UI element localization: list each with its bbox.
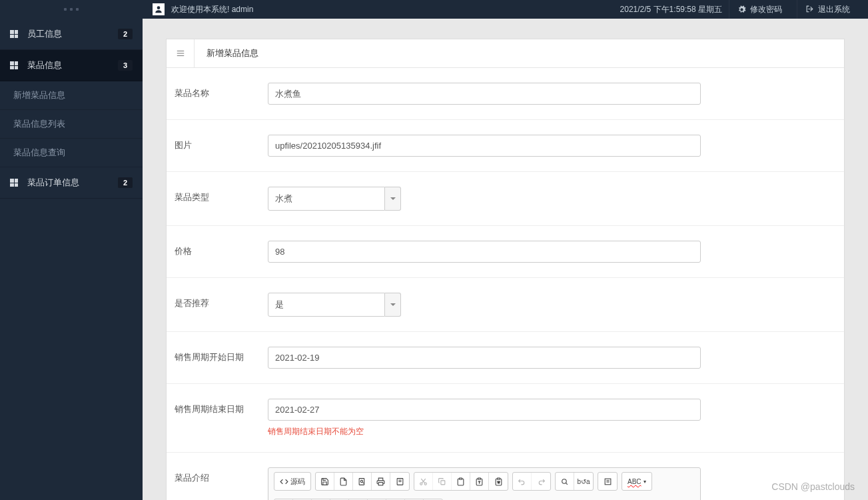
content: 新增菜品信息 菜品名称 图片 菜品类型 水煮 (143, 19, 868, 500)
save-button[interactable] (316, 473, 334, 490)
badge: 3 (118, 60, 133, 71)
svg-line-13 (422, 479, 425, 483)
paste-button[interactable] (452, 473, 470, 490)
logout-button[interactable]: 退出系统 (797, 0, 858, 19)
svg-line-14 (421, 479, 424, 483)
recommend-label: 是否推荐 (175, 293, 268, 309)
dropdown-icon[interactable] (385, 293, 401, 317)
sidebar: 员工信息 2 菜品信息 3 新增菜品信息 菜品信息列表 菜品信息查询 菜品订单信… (0, 0, 143, 500)
svg-text:T: T (478, 481, 480, 484)
name-label: 菜品名称 (175, 83, 268, 99)
topbar: 欢迎使用本系统! admin 2021/2/5 下午1:59:58 星期五 修改… (143, 0, 868, 19)
paste-text-icon: T (475, 477, 484, 486)
change-password-button[interactable]: 修改密码 (729, 0, 790, 19)
sidebar-item-employee[interactable]: 员工信息 2 (0, 19, 143, 50)
source-button[interactable]: 源码 (274, 473, 310, 490)
search-page-icon (358, 477, 366, 486)
end-date-error: 销售周期结束日期不能为空 (268, 426, 701, 437)
page-icon (339, 477, 348, 486)
badge: 2 (118, 177, 133, 188)
form-row-type: 菜品类型 水煮 (167, 172, 844, 226)
undo-icon (518, 477, 526, 486)
end-date-input[interactable] (268, 399, 701, 421)
svg-rect-16 (459, 478, 462, 479)
start-date-input[interactable] (268, 347, 701, 369)
grid-icon (10, 30, 18, 38)
grid-icon (10, 179, 18, 187)
template-button[interactable] (390, 473, 409, 490)
end-date-label: 销售周期结束日期 (175, 399, 268, 415)
type-select[interactable]: 水煮 (268, 187, 401, 211)
intro-label: 菜品介绍 (175, 467, 268, 484)
print-icon (376, 477, 385, 486)
print-button[interactable] (372, 473, 390, 490)
panel-header: 新增菜品信息 (167, 39, 844, 68)
sidebar-item-label: 菜品订单信息 (27, 177, 118, 189)
cut-icon (419, 477, 428, 486)
watermark: CSDN @pastclouds (771, 481, 855, 492)
form-row-start-date: 销售周期开始日期 (167, 332, 844, 384)
editor-toolbar: 源码 (268, 468, 700, 495)
redo-icon (537, 477, 546, 486)
spellcheck-icon: ABC (628, 478, 642, 485)
sub-item-dish-list[interactable]: 菜品信息列表 (0, 110, 143, 139)
dropdown-icon[interactable] (385, 187, 401, 211)
undo-button[interactable] (513, 473, 532, 490)
name-input[interactable] (268, 83, 701, 105)
user-icon (153, 3, 165, 15)
image-label: 图片 (175, 135, 268, 151)
sub-item-add-dish[interactable]: 新增菜品信息 (0, 81, 143, 110)
image-input[interactable] (268, 135, 701, 157)
paste-icon (456, 477, 465, 486)
svg-rect-19 (497, 478, 500, 479)
copy-button[interactable] (433, 473, 452, 490)
panel-title: 新增菜品信息 (195, 47, 270, 59)
recommend-select[interactable]: 是 (268, 293, 401, 317)
sidebar-item-label: 菜品信息 (27, 59, 118, 71)
main: 欢迎使用本系统! admin 2021/2/5 下午1:59:58 星期五 修改… (143, 0, 868, 500)
cut-button[interactable] (414, 473, 433, 490)
spellcheck-button[interactable]: ABC▾ (622, 473, 651, 490)
dots-icon (64, 8, 79, 11)
select-all-button[interactable] (598, 473, 617, 490)
select-all-icon (604, 477, 612, 486)
save-icon (320, 477, 329, 486)
logout-label: 退出系统 (818, 4, 850, 15)
type-label: 菜品类型 (175, 187, 268, 203)
preview-button[interactable] (353, 473, 372, 490)
menu-button[interactable] (167, 39, 195, 67)
search-icon (560, 477, 569, 486)
sub-item-dish-query[interactable]: 菜品信息查询 (0, 139, 143, 167)
form-row-price: 价格 (167, 226, 844, 278)
form-row-name: 菜品名称 (167, 68, 844, 120)
replace-button[interactable]: b↺a (574, 473, 593, 490)
change-password-label: 修改密码 (750, 4, 782, 15)
datetime-text: 2021/2/5 下午1:59:58 星期五 (620, 4, 722, 15)
code-icon (280, 477, 288, 486)
price-input[interactable] (268, 241, 701, 263)
sidebar-header (0, 0, 143, 19)
form-row-image: 图片 (167, 120, 844, 172)
gear-icon (737, 5, 746, 14)
svg-rect-17 (478, 478, 480, 479)
redo-button[interactable] (532, 473, 550, 490)
sidebar-item-label: 员工信息 (27, 28, 118, 40)
copy-icon (438, 477, 446, 486)
grid-icon (10, 61, 18, 69)
svg-rect-15 (441, 480, 445, 484)
sidebar-item-dishes[interactable]: 菜品信息 3 (0, 50, 143, 81)
svg-line-6 (363, 482, 364, 483)
sidebar-item-orders[interactable]: 菜品订单信息 2 (0, 167, 143, 199)
paste-word-icon: W (494, 477, 503, 486)
paste-text-button[interactable]: T (470, 473, 489, 490)
new-page-button[interactable] (334, 473, 353, 490)
hamburger-icon (176, 49, 185, 58)
find-button[interactable] (556, 473, 574, 490)
logout-icon (805, 5, 814, 14)
start-date-label: 销售周期开始日期 (175, 347, 268, 363)
paste-word-button[interactable]: W (489, 473, 508, 490)
svg-point-5 (360, 480, 362, 482)
form-row-intro: 菜品介绍 源码 (167, 453, 844, 500)
badge: 2 (118, 29, 133, 39)
welcome-text: 欢迎使用本系统! admin (171, 4, 253, 15)
